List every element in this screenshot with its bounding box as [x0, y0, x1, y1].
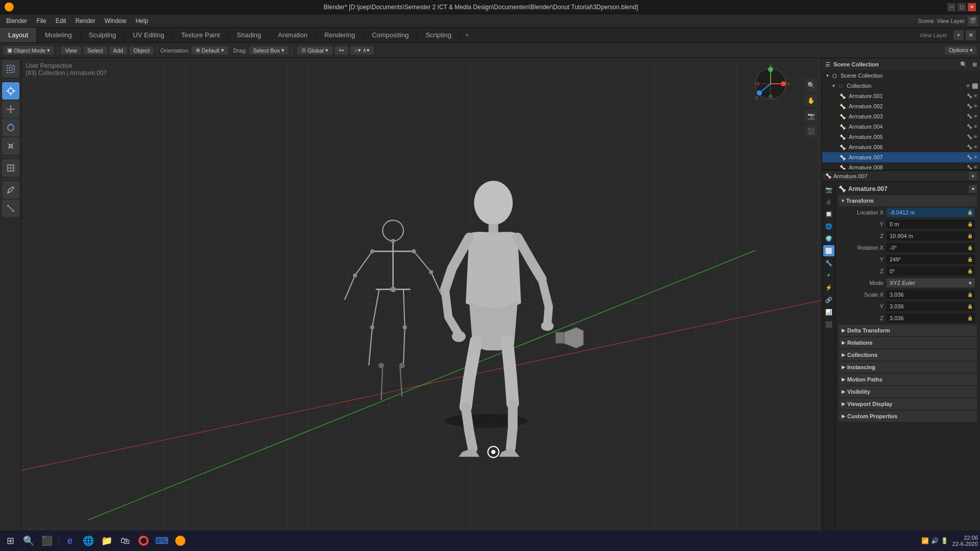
scene-canvas[interactable]: User Perspective (93) Collection | Armat…: [21, 58, 822, 539]
vscode-taskbar[interactable]: ⌨: [154, 533, 170, 549]
collections-header[interactable]: ▶ Collections: [839, 349, 977, 361]
view-layer-tab[interactable]: View Layer: [916, 32, 951, 38]
select-box-tool[interactable]: [2, 60, 19, 78]
chrome-taskbar[interactable]: 🌐: [80, 533, 97, 549]
transform-section-header[interactable]: ▾ Transform: [839, 195, 977, 206]
orientation-selector[interactable]: ⊕ Default ▾: [192, 46, 228, 55]
rotation-mode-selector[interactable]: XYZ Euler ▾: [887, 278, 975, 288]
outliner-collection[interactable]: ▾ □ Collection 👁 ⬜: [822, 81, 980, 91]
eye-004[interactable]: 👁: [973, 124, 978, 129]
grab-icon[interactable]: ✋: [804, 94, 818, 107]
tab-layout[interactable]: Layout: [0, 28, 37, 42]
tab-texture-paint[interactable]: Texture Paint: [173, 28, 229, 42]
restrict-006[interactable]: 🦴: [967, 145, 972, 150]
search-taskbar[interactable]: 🔍: [20, 533, 37, 549]
menu-help[interactable]: Help: [131, 16, 152, 26]
restrict-005[interactable]: 🦴: [967, 134, 972, 139]
eye-005[interactable]: 👁: [973, 134, 978, 139]
add-menu[interactable]: Add: [109, 46, 128, 55]
restrict-icon-col[interactable]: ⬜: [972, 83, 978, 89]
restrict-008[interactable]: 🦴: [967, 165, 972, 170]
menu-blender[interactable]: Blender: [2, 16, 31, 26]
eye-008[interactable]: 👁: [973, 165, 978, 170]
restrict-002[interactable]: 🦴: [967, 104, 972, 109]
tab-uv-editing[interactable]: UV Editing: [125, 28, 173, 42]
props-particles-icon[interactable]: ✦: [823, 270, 834, 281]
zoom-in-icon[interactable]: 🔍: [804, 79, 818, 92]
proportional-edit-button[interactable]: ○▾ ∧▾: [350, 46, 374, 55]
tab-rendering[interactable]: Rendering: [316, 28, 364, 42]
scale-z-value[interactable]: 3.036 🔒: [887, 314, 975, 323]
maximize-button[interactable]: □: [958, 3, 966, 11]
custom-properties-header[interactable]: ▶ Custom Properties: [839, 411, 977, 422]
outliner-armature-001[interactable]: 🦴 Armature.001 🦴 👁: [822, 91, 980, 101]
eye-007[interactable]: 👁: [973, 155, 978, 160]
battery-icon[interactable]: 🔋: [941, 537, 948, 544]
eye-003[interactable]: 👁: [973, 114, 978, 119]
props-physics-icon[interactable]: ⚡: [823, 282, 834, 293]
location-y-value[interactable]: 0 m 🔒: [887, 220, 975, 229]
outliner-armature-003[interactable]: 🦴 Armature.003 🦴 👁: [822, 111, 980, 122]
delta-transform-header[interactable]: ▶ Delta Transform: [839, 325, 977, 336]
camera-view-icon[interactable]: 📷: [804, 109, 818, 123]
outliner-armature-006[interactable]: 🦴 Armature.006 🦴 👁: [822, 142, 980, 152]
edge-taskbar[interactable]: e: [62, 533, 78, 549]
view-menu[interactable]: View: [61, 46, 81, 55]
scale-x-value[interactable]: 3.036 🔒: [887, 290, 975, 299]
relations-header[interactable]: ▶ Relations: [839, 337, 977, 348]
object-menu[interactable]: Object: [129, 46, 154, 55]
move-tool[interactable]: [2, 101, 19, 118]
outliner-scene-collection[interactable]: ▾ ⬡ Scene Collection: [822, 70, 980, 81]
motion-paths-header[interactable]: ▶ Motion Paths: [839, 374, 977, 385]
start-button[interactable]: ⊞: [2, 533, 18, 549]
transform-space-selector[interactable]: ⊙ Global ▾: [297, 46, 332, 55]
restrict-007[interactable]: 🦴: [967, 155, 972, 160]
transform-tool[interactable]: [2, 159, 19, 177]
eye-002[interactable]: 👁: [973, 104, 978, 109]
eye-001[interactable]: 👁: [973, 93, 978, 99]
drag-selector[interactable]: Select Box ▾: [249, 46, 289, 55]
outliner-armature-008[interactable]: 🦴 Armature.008 🦴 👁: [822, 162, 980, 171]
minimize-button[interactable]: ─: [947, 3, 955, 11]
props-constraints-icon[interactable]: 🔗: [823, 294, 834, 305]
render-icon[interactable]: 🎬: [968, 16, 978, 26]
task-view-button[interactable]: ⬛: [39, 533, 55, 549]
menu-edit[interactable]: Edit: [52, 16, 70, 26]
add-workspace-button[interactable]: +: [460, 28, 474, 42]
annotate-tool[interactable]: [2, 181, 19, 199]
tab-shading[interactable]: Shading: [229, 28, 270, 42]
remove-view-layer-button[interactable]: ✕: [966, 30, 976, 40]
app5-taskbar[interactable]: ⭕: [135, 533, 152, 549]
clock-display[interactable]: 22:06 22-6-2020: [952, 535, 978, 547]
props-render-icon[interactable]: 📷: [823, 184, 834, 195]
window-controls[interactable]: ─ □ ✕: [947, 3, 976, 11]
scale-tool[interactable]: [2, 137, 19, 155]
location-z-value[interactable]: 10.904 m 🔒: [887, 231, 975, 241]
snap-button[interactable]: ⌖▾: [334, 46, 348, 55]
restrict-001[interactable]: 🦴: [967, 93, 972, 99]
options-button[interactable]: Options ▾: [945, 46, 977, 55]
visibility-header[interactable]: ▶ Visibility: [839, 386, 977, 397]
restrict-004[interactable]: 🦴: [967, 124, 972, 129]
close-button[interactable]: ✕: [968, 3, 976, 11]
restrict-003[interactable]: 🦴: [967, 114, 972, 119]
props-world-icon[interactable]: 🌍: [823, 233, 834, 244]
location-x-value[interactable]: -8.0412 m 🔒: [887, 208, 975, 217]
render-region-icon[interactable]: ⬛: [804, 125, 818, 138]
cursor-tool[interactable]: [2, 82, 19, 100]
props-data-icon[interactable]: 📊: [823, 306, 834, 318]
object-mode-selector[interactable]: ▣ Object Mode ▾: [3, 46, 54, 55]
rotation-y-value[interactable]: 249° 🔒: [887, 255, 975, 264]
outliner-armature-002[interactable]: 🦴 Armature.002 🦴 👁: [822, 101, 980, 111]
menu-file[interactable]: File: [32, 16, 50, 26]
props-view-layer-icon[interactable]: 🔲: [823, 208, 834, 220]
viewport-3d[interactable]: ▾ ▾ ● ◑ ○ ⬡ ⬜ User Perspective: [21, 58, 822, 539]
instancing-header[interactable]: ▶ Instancing: [839, 362, 977, 373]
rotation-z-value[interactable]: 0° 🔒: [887, 267, 975, 276]
browse-object-data-button[interactable]: ▾: [969, 185, 977, 193]
rotate-tool[interactable]: [2, 119, 19, 136]
props-object-icon[interactable]: ⬜: [823, 245, 834, 256]
menu-window[interactable]: Window: [101, 16, 131, 26]
outliner-armature-004[interactable]: 🦴 Armature.004 🦴 👁: [822, 122, 980, 132]
eye-006[interactable]: 👁: [973, 145, 978, 150]
